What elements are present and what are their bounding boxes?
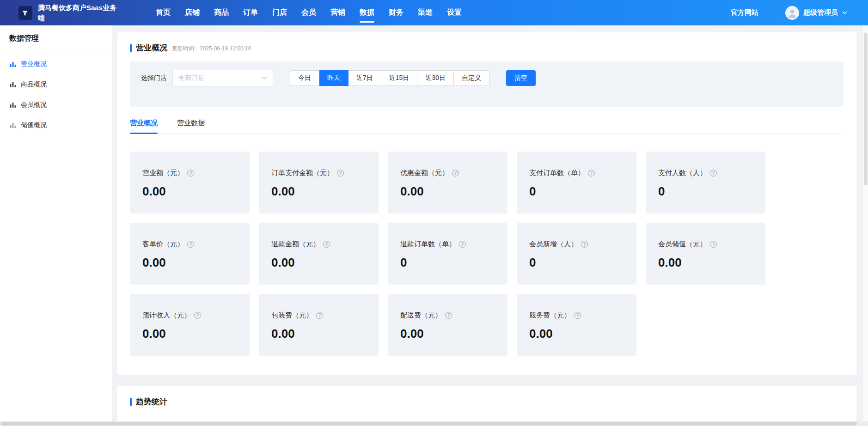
vertical-scrollbar-thumb[interactable]	[864, 33, 868, 185]
sidebar-item[interactable]: 营业概况	[0, 54, 112, 74]
stat-label-row: 包装费（元）?	[271, 311, 369, 320]
stat-value: 0.00	[271, 327, 369, 341]
stat-label-row: 会员储值（元）?	[658, 240, 756, 249]
help-icon[interactable]: ?	[710, 241, 717, 248]
stat-label: 退款金额（元）	[271, 240, 320, 249]
brand-logo-icon	[18, 6, 32, 20]
user-name: 超级管理员	[803, 8, 838, 17]
help-icon[interactable]: ?	[323, 241, 330, 248]
help-icon[interactable]: ?	[194, 312, 201, 319]
help-icon[interactable]: ?	[581, 241, 588, 248]
title-accent-bar	[130, 398, 132, 406]
nav-item[interactable]: 数据	[360, 0, 374, 25]
stat-value: 0.00	[271, 256, 369, 270]
stat-label-row: 退款金额（元）?	[271, 240, 369, 249]
sidebar-item-label: 储值概况	[21, 121, 47, 129]
help-icon[interactable]: ?	[588, 170, 595, 176]
sidebar-item[interactable]: 商品概况	[0, 74, 112, 95]
help-icon[interactable]: ?	[187, 170, 194, 176]
horizontal-scrollbar-thumb[interactable]	[1, 422, 857, 426]
stat-label-row: 优惠金额（元）?	[400, 169, 498, 177]
store-select-placeholder: 全部门店	[178, 74, 204, 82]
stat-card: 支付人数（人）?0	[646, 152, 765, 213]
horizontal-scrollbar[interactable]	[0, 421, 868, 426]
nav-item[interactable]: 店铺	[185, 0, 200, 25]
stat-value: 0.00	[271, 184, 369, 199]
nav-item[interactable]: 渠道	[418, 0, 433, 25]
stat-card: 订单支付金额（元）?0.00	[259, 152, 379, 213]
stat-label: 预计收入（元）	[142, 311, 191, 320]
stat-label: 包装费（元）	[271, 311, 313, 320]
stat-value: 0	[658, 184, 756, 199]
stat-card: 退款金额（元）?0.00	[259, 223, 379, 285]
stat-label-row: 配送费（元）?	[400, 311, 498, 320]
range-button[interactable]: 自定义	[454, 70, 489, 86]
stat-card: 支付订单数（单）?0	[517, 152, 636, 213]
nav-menu: 首页店铺商品订单门店会员营销数据财务渠道设置	[156, 0, 462, 25]
range-button[interactable]: 近7日	[348, 70, 381, 86]
stat-label-row: 客单价（元）?	[142, 240, 240, 249]
nav-item[interactable]: 财务	[389, 0, 403, 25]
help-icon[interactable]: ?	[337, 170, 344, 176]
brand: 腾马餐饮多商户Saas业务端	[18, 3, 123, 23]
stat-label: 支付订单数（单）	[529, 169, 585, 177]
stat-value: 0.00	[142, 256, 240, 270]
range-button[interactable]: 昨天	[319, 70, 348, 86]
help-icon[interactable]: ?	[459, 241, 466, 248]
stat-label: 支付人数（人）	[658, 169, 707, 177]
stat-card: 配送费（元）?0.00	[388, 294, 507, 356]
help-icon[interactable]: ?	[452, 170, 459, 176]
store-select[interactable]: 全部门店	[172, 70, 273, 86]
stat-value: 0	[529, 184, 627, 199]
updated-time: 更新时间：2025-06-18 12:00:10	[172, 43, 251, 53]
user-menu[interactable]: 超级管理员	[785, 6, 847, 20]
stats-grid: 营业额（元）?0.00订单支付金额（元）?0.00优惠金额（元）?0.00支付订…	[130, 152, 844, 356]
sidebar-divider	[0, 51, 112, 51]
official-site-link[interactable]: 官方网站	[731, 8, 758, 17]
stat-label-row: 订单支付金额（元）?	[271, 169, 369, 177]
stat-value: 0.00	[400, 184, 498, 199]
nav-item[interactable]: 会员	[301, 0, 316, 25]
nav-item[interactable]: 营销	[330, 0, 345, 25]
stat-card: 会员储值（元）?0.00	[646, 223, 765, 285]
stat-card: 退款订单数（单）?0	[388, 223, 507, 285]
stat-value: 0.00	[142, 327, 240, 341]
nav-item[interactable]: 商品	[214, 0, 229, 25]
stat-label: 优惠金额（元）	[400, 169, 449, 177]
stat-label-row: 会员新增（人）?	[529, 240, 627, 249]
sidebar: 数据管理 营业概况商品概况会员概况储值概况	[0, 25, 112, 426]
help-icon[interactable]: ?	[316, 312, 323, 319]
nav-item[interactable]: 订单	[243, 0, 258, 25]
sidebar-item[interactable]: 储值概况	[0, 115, 112, 135]
help-icon[interactable]: ?	[710, 170, 717, 176]
bar-chart-icon	[9, 101, 17, 109]
stat-label: 客单价（元）	[142, 240, 184, 249]
tab[interactable]: 营业概况	[130, 119, 158, 134]
overview-card-header: 营业概况 更新时间：2025-06-18 12:00:10	[117, 32, 856, 53]
nav-item[interactable]: 门店	[272, 0, 287, 25]
stat-label: 订单支付金额（元）	[271, 169, 334, 177]
bar-chart-icon	[9, 122, 17, 129]
sidebar-menu: 营业概况商品概况会员概况储值概况	[0, 54, 112, 135]
stat-label: 营业额（元）	[142, 169, 184, 177]
stat-card: 客单价（元）?0.00	[130, 223, 250, 285]
sidebar-title: 数据管理	[0, 34, 112, 43]
range-button[interactable]: 今日	[290, 70, 319, 86]
help-icon[interactable]: ?	[445, 312, 452, 319]
overview-card-title: 营业概况	[136, 43, 167, 53]
sidebar-item-label: 营业概况	[21, 60, 47, 68]
tab[interactable]: 营业数据	[177, 119, 205, 134]
nav-item[interactable]: 首页	[156, 0, 171, 25]
clear-button[interactable]: 清空	[506, 70, 536, 86]
bar-chart-icon	[9, 81, 17, 88]
vertical-scrollbar[interactable]	[862, 25, 868, 421]
nav-item[interactable]: 设置	[447, 0, 462, 25]
range-button[interactable]: 近30日	[417, 70, 454, 86]
range-button[interactable]: 近15日	[381, 70, 418, 86]
stat-card: 营业额（元）?0.00	[130, 152, 250, 213]
help-icon[interactable]: ?	[187, 241, 194, 248]
help-icon[interactable]: ?	[574, 312, 581, 319]
sidebar-item[interactable]: 会员概况	[0, 95, 112, 115]
stat-label-row: 支付人数（人）?	[658, 169, 756, 177]
stat-label-row: 退款订单数（单）?	[400, 240, 498, 249]
